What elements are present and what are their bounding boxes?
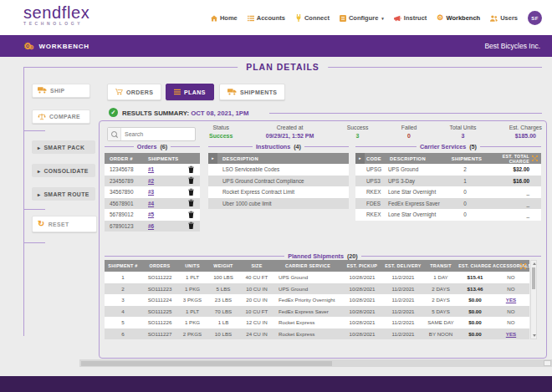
stat-label: Total Units — [450, 125, 477, 130]
scrollbar-thumb[interactable] — [81, 361, 332, 366]
nav-accounts[interactable]: Accounts — [248, 14, 285, 22]
carrier-service-row[interactable]: FDESFedEx Express Saver0_ — [355, 198, 541, 210]
carrier-service-row[interactable]: RKEXLone Star Overnight0_ — [355, 186, 541, 198]
stat-est-charges: Est. Charges $185.00 — [509, 125, 542, 139]
shipment-link[interactable]: #4 — [148, 201, 175, 206]
smart-route-button[interactable]: ▸ SMART ROUTE — [32, 187, 95, 201]
planned-shipment-row[interactable]: 6SO1112272 PKGS10 LBS24 CU INRocket Expr… — [105, 328, 529, 340]
order-number: 34567890 — [105, 189, 148, 195]
compare-button[interactable]: COMPARE — [32, 109, 90, 124]
tab-orders[interactable]: ORDERS — [107, 84, 161, 100]
shipment-link[interactable]: #2 — [148, 178, 175, 184]
nav-home[interactable]: Home — [211, 14, 238, 22]
nav-workbench[interactable]: ⚙ Workbench — [437, 14, 480, 22]
smart-pack-button[interactable]: ▸ SMART PACK — [32, 140, 95, 154]
column-header: UNITS — [178, 263, 207, 268]
trash-icon — [188, 176, 194, 185]
search-box — [107, 127, 196, 141]
reset-button[interactable]: ↻ RESET — [32, 216, 97, 232]
logo-tagline: TECHNOLOGY — [23, 22, 89, 26]
legend-line — [171, 146, 200, 147]
vertical-scrollbar[interactable] — [530, 260, 537, 339]
carrier-description: UPS Ground — [388, 166, 447, 172]
delete-order-button[interactable] — [175, 211, 200, 219]
nav-users[interactable]: Users — [490, 14, 518, 22]
planned-shipment-row[interactable]: 3SO1112243 PKGS23 LBS20 CU INFedEx Prior… — [105, 294, 529, 306]
instruct-icon — [394, 15, 401, 22]
scrollbar-thumb[interactable] — [532, 267, 535, 289]
refresh-icon: ↻ — [38, 220, 45, 228]
order-number: 23456789 — [105, 178, 148, 184]
ship-button[interactable]: SHIP — [32, 84, 90, 98]
search-input[interactable] — [121, 131, 190, 137]
delete-order-button[interactable] — [175, 221, 200, 230]
shipment-accessorials[interactable]: YES — [493, 331, 529, 337]
carrier-service-row[interactable]: UPS3UPS 3-Day1$16.00 — [355, 176, 541, 187]
workbench-bar-title: WORKBENCH — [39, 43, 89, 50]
connect-icon — [295, 14, 302, 22]
expand-all-toggle[interactable]: ▸ — [355, 153, 365, 164]
carrier-description: FedEx Express Saver — [388, 201, 447, 206]
instruction-row[interactable]: Uber 1000 cube limit — [208, 198, 349, 210]
shipment-orders: SO111226 — [141, 319, 178, 325]
nav-configure[interactable]: Configure ▾ — [340, 14, 384, 22]
column-header: WEIGHT — [207, 263, 240, 268]
shipment-weight: 23 LBS — [207, 297, 240, 303]
tab-plans[interactable]: PLANS — [166, 84, 214, 100]
shipment-link[interactable]: #6 — [148, 223, 175, 229]
shipment-est-delivery: 11/2/2021 — [382, 274, 424, 280]
planned-shipment-row[interactable]: 1SO1112221 PLT100 LBS40 CU FTUPS Ground1… — [105, 272, 529, 283]
shipment-link[interactable]: #5 — [148, 211, 175, 217]
delete-order-button[interactable] — [175, 188, 200, 196]
planned-shipment-row[interactable]: 5SO1112261 PKG1 LB12 CU INRocket Express… — [105, 317, 529, 328]
horizontal-scrollbar[interactable] — [79, 359, 552, 367]
delete-order-button[interactable] — [175, 165, 200, 174]
expand-all-toggle[interactable]: ▸ — [208, 153, 217, 164]
workbench-page: sendflex TECHNOLOGY Home Accounts Connec… — [0, 0, 552, 392]
shipment-accessorials[interactable]: YES — [493, 297, 529, 303]
consolidate-button[interactable]: ▸ CONSOLIDATE — [32, 164, 95, 177]
shipment-weight: 5 LBS — [207, 286, 240, 292]
planned-shipment-row[interactable]: 4SO1112251 PLT70 LBS10 CU FTFedEx Expres… — [105, 306, 529, 318]
stat-value: 0 — [401, 133, 417, 139]
column-header: CODE — [365, 156, 390, 161]
scrollbar-corner-button[interactable] — [544, 360, 551, 366]
instruction-row[interactable]: UPS Ground Contract Compliance — [208, 176, 349, 187]
column-header: ORDERS — [141, 263, 178, 268]
user-avatar[interactable]: SF — [528, 11, 542, 25]
legend-line — [361, 256, 541, 257]
nav-label: Instruct — [404, 14, 427, 22]
carrier-est-total-charge: $16.00 — [483, 178, 541, 184]
legend-line — [105, 256, 284, 257]
instruction-row[interactable]: Rocket Express Contract Limit — [208, 186, 349, 198]
delete-order-button[interactable] — [175, 176, 200, 185]
scroll-up-arrow[interactable] — [533, 262, 536, 265]
shipment-link[interactable]: #3 — [148, 189, 175, 195]
carrier-service-row[interactable]: UPSGUPS Ground2$32.00 — [355, 164, 541, 176]
shipment-link[interactable]: #1 — [148, 166, 175, 172]
tab-shipments[interactable]: SHIPMENTS — [219, 84, 285, 100]
scroll-down-arrow[interactable] — [533, 334, 536, 337]
nav-connect[interactable]: Connect — [295, 14, 330, 22]
shipment-transit: SAME DAY — [424, 319, 457, 325]
shipment-size: 10 CU FT — [240, 308, 273, 314]
plan-frame-left-line — [23, 67, 24, 336]
carrier-est-total-charge: _ — [483, 189, 541, 195]
shipment-carrier-service: Rocket Express — [273, 319, 342, 325]
expand-table-icon[interactable] — [520, 263, 526, 270]
shipment-units: 3 PKGS — [178, 297, 207, 303]
instruction-row[interactable]: LSO Serviceable Codes — [208, 164, 349, 176]
shipment-orders: SO111223 — [141, 286, 178, 292]
gears-icon: ⚙⚙ — [23, 42, 35, 51]
expand-table-icon[interactable] — [532, 155, 538, 163]
delete-order-button[interactable] — [175, 199, 200, 207]
shipment-est-delivery: 11/2/2021 — [382, 286, 424, 292]
home-icon — [211, 15, 217, 22]
nav-instruct[interactable]: Instruct — [394, 14, 427, 22]
nav-label: Connect — [304, 14, 330, 22]
planned-shipment-row[interactable]: 2SO1112231 PKG5 LBS10 CU INUPS Ground10/… — [105, 283, 529, 295]
carrier-service-row[interactable]: RKEXLone Star Overnight0_ — [355, 209, 541, 221]
shipment-weight: 10 LBS — [207, 331, 240, 337]
carrier-est-total-charge: _ — [483, 201, 541, 206]
column-header: SHIPMENT # — [105, 263, 141, 268]
